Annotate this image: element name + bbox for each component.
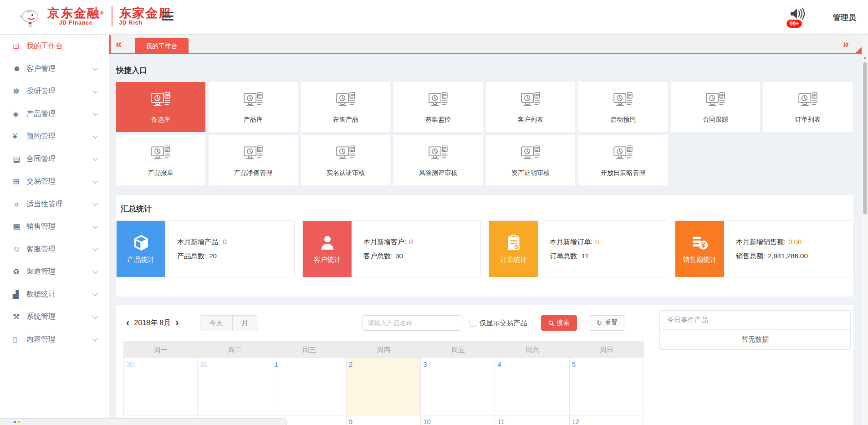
main-content-area: « 我的工作台 » 快捷入口 备选库 产品库 在售产品 — [109, 35, 868, 425]
sales-stat-block: ¥ 销售额统计 — [675, 221, 724, 277]
sidebar-item-research-management[interactable]: ☸ 投研管理 — [0, 80, 109, 103]
calendar-day-cell[interactable]: 10 — [421, 415, 495, 425]
weekday-label: 周四 — [347, 341, 421, 358]
sidebar-item-label: 销售管理 — [26, 222, 56, 231]
notification-speaker[interactable]: 99+ — [789, 7, 807, 28]
sidebar-item-sales-management[interactable]: ▦ 销售管理 — [0, 215, 109, 238]
tile-candidate-library[interactable]: 备选库 — [116, 82, 205, 132]
month-view-button[interactable]: 月 — [232, 316, 258, 331]
product-stat-block: 产品统计 — [117, 221, 165, 277]
chevron-down-icon — [92, 291, 97, 296]
calculator-icon: ▦ — [13, 222, 26, 231]
tile-order-list[interactable]: 订单列表 — [763, 82, 853, 132]
search-button[interactable]: 搜索 — [541, 315, 577, 331]
product-library-icon — [243, 90, 264, 111]
tab-scroll-right-button[interactable]: » — [843, 38, 849, 50]
trade-products-only-checkbox[interactable]: 仅显示交易产品 — [470, 319, 527, 328]
tab-my-workbench[interactable]: 我的工作台 — [135, 38, 189, 54]
tile-asset-certificate-review[interactable]: 资产证明审核 — [486, 135, 575, 185]
person-icon: ☺ — [13, 245, 26, 254]
stat-card-product[interactable]: 产品统计 本月新增产品:0 产品总数:20 — [116, 220, 295, 277]
quick-entry-row-1: 备选库 产品库 在售产品 募集监控 客户列表 — [116, 82, 853, 132]
tile-customer-list[interactable]: 客户列表 — [486, 82, 575, 132]
tile-product-nav-management[interactable]: 产品净值管理 — [209, 135, 298, 185]
sidebar-item-label: 内容管理 — [26, 335, 56, 344]
scrollbar-up-arrow[interactable]: ▲ — [862, 55, 868, 60]
total-products-value: 20 — [209, 252, 217, 260]
calendar-day-cell[interactable]: 1 — [272, 358, 347, 415]
calendar-day-cell[interactable]: 11 — [495, 415, 569, 425]
tile-product-library[interactable]: 产品库 — [209, 82, 298, 132]
tile-real-name-auth-review[interactable]: 实名认证审核 — [301, 135, 390, 185]
sidebar-item-customer-service-management[interactable]: ☺ 客服管理 — [0, 238, 109, 261]
calendar-day-cell[interactable]: 12 — [570, 415, 644, 425]
tile-contract-tracking[interactable]: 合同跟踪 — [671, 82, 760, 132]
yen-icon: ¥ — [13, 132, 26, 141]
sidebar-item-content-management[interactable]: ▯ 内容管理 — [0, 328, 109, 351]
stat-card-sales[interactable]: ¥ 销售额统计 本月新增销售额:0.00 销售总额:2,941,286.00 — [675, 220, 853, 277]
calendar-day-cell[interactable]: 9 — [347, 415, 421, 425]
tile-risk-assessment-review[interactable]: 风险测评审核 — [393, 135, 483, 185]
checkbox-box[interactable] — [470, 320, 476, 327]
calendar-day-cell[interactable]: 30 — [123, 358, 198, 415]
calendar-day-cell[interactable]: 4 — [495, 358, 569, 415]
refresh-icon: ↻ — [597, 319, 602, 327]
calendar-day-cell[interactable]: 3 — [421, 358, 495, 415]
sidebar-item-system-management[interactable]: ⚒ 系统管理 — [0, 306, 109, 328]
sidebar-item-suitability-management[interactable]: ☼ 适当性管理 — [0, 193, 109, 216]
tile-open-day-strategy-management[interactable]: 开放日策略管理 — [578, 135, 668, 185]
bar-chart-icon: ▟ — [13, 290, 26, 299]
chevron-down-icon — [92, 268, 97, 273]
today-button[interactable]: 今天 — [200, 316, 232, 331]
tab-scroll-left-button[interactable]: « — [116, 38, 122, 50]
hamburger-menu-icon[interactable] — [162, 12, 174, 21]
gear-icon: ☼ — [13, 200, 26, 209]
sidebar-item-label: 渠道管理 — [26, 267, 56, 277]
customer-list-icon — [520, 90, 541, 111]
calendar-day-cell[interactable]: 5 — [570, 358, 644, 415]
sidebar-item-product-management[interactable]: ◈ 产品管理 — [0, 103, 109, 126]
customer-stat-block: 客户统计 — [303, 221, 352, 277]
chevron-down-icon — [92, 201, 97, 206]
brand-logo[interactable]: 京东金融® JD Finance 东家金服 JD Rich — [17, 5, 178, 28]
weekday-label: 周日 — [570, 341, 644, 358]
tile-start-reservation[interactable]: 启动预约 — [578, 82, 668, 132]
new-customers-value: 0 — [409, 238, 413, 246]
sidebar-item-my-workbench[interactable]: ⊡ 我的工作台 — [0, 35, 109, 58]
next-month-button[interactable]: › — [173, 316, 181, 330]
stat-card-customer[interactable]: 客户统计 本月新增客户:0 客户总数:30 — [302, 220, 481, 277]
speaker-icon — [789, 7, 807, 20]
start-reservation-icon — [613, 90, 633, 111]
contract-tracking-icon — [705, 90, 726, 111]
prev-month-button[interactable]: ‹ — [123, 316, 132, 330]
sidebar-item-channel-management[interactable]: ♻ 渠道管理 — [0, 261, 109, 283]
cube-icon — [132, 234, 150, 252]
open-day-strategy-management-icon — [613, 143, 633, 164]
weekday-label: 周三 — [272, 341, 347, 358]
current-user-name[interactable]: 管理员 — [833, 12, 856, 23]
sidebar-item-contract-management[interactable]: ▤ 合同管理 — [0, 148, 109, 171]
scrollbar-thumb[interactable] — [863, 62, 867, 214]
chevron-down-icon — [92, 223, 97, 228]
sidebar-item-reservation-management[interactable]: ¥ 预约管理 — [0, 125, 109, 148]
share-icon: ♻ — [13, 267, 26, 277]
calendar-view-switch: 今天 月 — [200, 315, 258, 331]
risk-assessment-review-icon — [428, 143, 449, 164]
vertical-scrollbar[interactable]: ▲ — [862, 35, 868, 425]
tile-fundraising-monitor[interactable]: 募集监控 — [393, 82, 483, 132]
sidebar-item-data-statistics[interactable]: ▟ 数据统计 — [0, 283, 109, 306]
calendar-day-cell[interactable]: 31 — [198, 358, 272, 415]
tab-list-corner-marker[interactable] — [856, 47, 862, 53]
reset-button[interactable]: ↻ 重置 — [589, 315, 626, 331]
tile-product-report[interactable]: 产品报单 — [116, 135, 205, 185]
product-name-search-input[interactable] — [362, 315, 461, 331]
chevron-down-icon — [92, 88, 97, 93]
calendar-day-cell-today[interactable]: 2 — [347, 358, 421, 415]
stat-card-order[interactable]: 订单统计 本月新增订单:0 订单总数:11 — [489, 220, 667, 277]
sidebar-item-trade-management[interactable]: ⊞ 交易管理 — [0, 170, 109, 193]
tile-on-sale-products[interactable]: 在售产品 — [301, 82, 390, 132]
today-events-empty-text: 暂无数据 — [660, 330, 850, 349]
real-name-auth-review-icon — [335, 143, 356, 164]
sidebar-item-customer-management[interactable]: ☻ 客户管理 — [0, 58, 109, 81]
product-nav-management-icon — [243, 143, 264, 164]
